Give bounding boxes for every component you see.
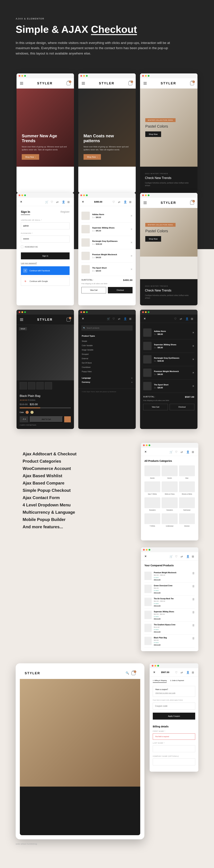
- filter-link[interactable]: Color Variable: [82, 343, 132, 348]
- remove-icon[interactable]: 🗑: [192, 572, 195, 580]
- lastname-input[interactable]: [153, 745, 195, 752]
- grid-icon[interactable]: ⊞: [129, 317, 132, 320]
- product-thumb[interactable]: [143, 355, 152, 364]
- close-icon[interactable]: ✕: [82, 200, 84, 204]
- category-cell[interactable]: Shorts & Skirts: [179, 482, 195, 495]
- filter-link[interactable]: Simple: [82, 339, 132, 343]
- color-swatch[interactable]: [30, 411, 33, 414]
- shop-now-button[interactable]: Shop Now ›: [83, 154, 101, 160]
- compare-icon[interactable]: ⇄: [56, 200, 59, 204]
- filter-link[interactable]: Popup Video: [82, 369, 132, 374]
- compare-icon[interactable]: ⇄: [118, 317, 121, 320]
- remove-icon[interactable]: 🗑: [192, 611, 195, 619]
- coupon-input[interactable]: [153, 703, 195, 710]
- filter-link[interactable]: Out Of Stock: [82, 361, 132, 365]
- add-to-cart-link[interactable]: Add to cart: [154, 605, 190, 607]
- signin-button[interactable]: Sign In: [21, 252, 70, 259]
- logo[interactable]: STYLER: [37, 82, 53, 85]
- compare-icon[interactable]: ⇄: [181, 450, 184, 454]
- heart-icon[interactable]: ♡: [175, 450, 178, 454]
- logo[interactable]: STYLER: [161, 82, 176, 85]
- cart-icon[interactable]: 🛒: [169, 450, 172, 454]
- product-thumb[interactable]: [143, 342, 152, 350]
- product-name[interactable]: Rectangle Gray EyeGlasses: [92, 240, 128, 242]
- remove-icon[interactable]: ✕: [192, 345, 194, 347]
- category-cell[interactable]: Underwear: [162, 513, 178, 527]
- product-thumb[interactable]: [143, 369, 152, 377]
- remember-checkbox[interactable]: [21, 246, 23, 248]
- color-swatch[interactable]: [26, 411, 29, 414]
- menu-icon[interactable]: [20, 318, 23, 321]
- logo[interactable]: STYLER: [37, 318, 53, 321]
- filter-link[interactable]: Grouped: [82, 352, 132, 356]
- category-cell[interactable]: Denim: [144, 465, 160, 479]
- user-icon[interactable]: 👤: [186, 450, 189, 454]
- remove-icon[interactable]: 🗑: [192, 585, 195, 593]
- remove-icon[interactable]: ✕: [192, 358, 194, 361]
- product-thumb[interactable]: [144, 637, 152, 645]
- menu-icon[interactable]: [143, 82, 147, 85]
- wishlist-button[interactable]: [64, 416, 71, 422]
- cart-icon[interactable]: 🛒: [107, 317, 110, 320]
- tab-signin[interactable]: Sign In: [21, 210, 30, 215]
- bag-icon[interactable]: 0: [190, 82, 194, 85]
- checkout-button[interactable]: Checkout: [170, 404, 194, 410]
- compare-icon[interactable]: ⇄: [181, 671, 184, 674]
- product-thumb[interactable]: [81, 265, 90, 273]
- bag-icon[interactable]: 0: [132, 671, 135, 675]
- menu-icon[interactable]: [20, 82, 23, 85]
- close-icon[interactable]: ✕: [20, 200, 22, 204]
- product-thumb[interactable]: [81, 252, 90, 260]
- thumbnail[interactable]: [28, 382, 35, 390]
- grid-icon[interactable]: ⊞: [192, 671, 195, 674]
- product-thumb[interactable]: [144, 572, 152, 580]
- close-icon[interactable]: ✕: [82, 317, 84, 320]
- category-cell[interactable]: Women: [179, 513, 195, 527]
- thumbnail[interactable]: [20, 382, 27, 390]
- category-cell[interactable]: Sweaters: [144, 497, 160, 511]
- apply-coupon-button[interactable]: Apply Coupon: [153, 713, 195, 720]
- thumbnail[interactable]: [45, 382, 52, 390]
- logo[interactable]: STYLER: [25, 672, 40, 675]
- product-name[interactable]: Superstar 360deg Shoes: [92, 227, 128, 229]
- filter-link[interactable]: External: [82, 356, 132, 361]
- user-icon[interactable]: 👤: [186, 671, 189, 674]
- add-to-cart-button[interactable]: Add To Cart: [30, 416, 63, 422]
- view-cart-button[interactable]: View Cart: [143, 404, 168, 410]
- remove-icon[interactable]: 🗑: [192, 637, 195, 646]
- product-thumb[interactable]: [81, 238, 90, 247]
- user-icon[interactable]: 👤: [62, 200, 65, 204]
- filter-link[interactable]: Image Variable: [82, 348, 132, 352]
- thumbnail[interactable]: [36, 382, 44, 390]
- shop-now-button[interactable]: Shop Now: [145, 131, 161, 137]
- category-cell[interactable]: Man: [179, 465, 195, 479]
- cart-icon[interactable]: 🛒: [45, 200, 48, 204]
- firstname-input[interactable]: This field is required: [153, 734, 195, 740]
- remove-icon[interactable]: 🗑: [192, 624, 195, 632]
- category-cell[interactable]: Swimwear: [179, 497, 195, 511]
- heart-icon[interactable]: ♡: [112, 317, 115, 320]
- user-icon[interactable]: 👤: [185, 317, 188, 320]
- remove-icon[interactable]: ✕: [131, 214, 133, 217]
- shop-now-button[interactable]: Shop Now ›: [22, 154, 39, 160]
- bag-icon[interactable]: 0: [66, 318, 71, 321]
- currency-toggle[interactable]: Currency›: [82, 381, 132, 383]
- close-icon[interactable]: ✕: [144, 555, 147, 558]
- filter-link[interactable]: Countdown: [82, 365, 132, 369]
- checkout-button[interactable]: Checkout: [108, 287, 133, 293]
- quantity-stepper[interactable]: - 1 +: [20, 416, 28, 422]
- user-icon[interactable]: 👤: [186, 555, 189, 558]
- lost-password-link[interactable]: Lost your password?: [21, 262, 37, 264]
- product-thumb[interactable]: [81, 225, 90, 233]
- remove-icon[interactable]: 🗑: [192, 598, 195, 607]
- product-name[interactable]: Adidas Norm: [92, 213, 128, 215]
- grid-icon[interactable]: ⊞: [191, 317, 194, 320]
- remove-icon[interactable]: ✕: [131, 254, 133, 257]
- add-to-cart-link[interactable]: Add to cart: [154, 579, 190, 580]
- close-icon[interactable]: ✕: [144, 450, 147, 454]
- add-to-cart-link[interactable]: Add to cart: [154, 618, 190, 619]
- compare-icon[interactable]: ⇄: [180, 317, 183, 320]
- close-icon[interactable]: ✕: [153, 671, 155, 674]
- compare-icon[interactable]: ⇄: [118, 200, 121, 204]
- bag-icon[interactable]: 0: [190, 201, 194, 205]
